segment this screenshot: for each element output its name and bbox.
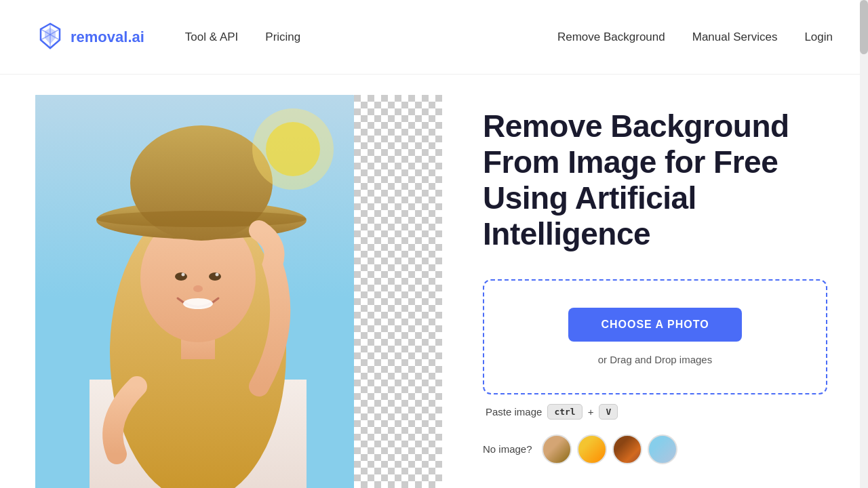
logo-icon — [35, 21, 65, 54]
hero-content: Remove Background From Image for Free Us… — [442, 75, 868, 464]
header-right: Remove Background Manual Services Login — [557, 30, 833, 44]
plus-sign: + — [588, 406, 594, 418]
hero-image-container — [35, 95, 442, 488]
svg-point-13 — [216, 273, 219, 277]
nav-left: Tool & API Pricing — [185, 30, 300, 44]
header-left: removal.ai Tool & API Pricing — [35, 21, 300, 54]
sample-image-1[interactable] — [542, 434, 572, 464]
hero-photo — [35, 95, 354, 488]
svg-point-10 — [175, 272, 187, 281]
sample-image-2[interactable] — [577, 434, 607, 464]
upload-area[interactable]: CHOOSE A PHOTO or Drag and Drop images — [483, 279, 827, 394]
paste-label: Paste image — [486, 406, 542, 418]
nav-item-remove-bg[interactable]: Remove Background — [557, 30, 665, 44]
main-content: Remove Background From Image for Free Us… — [0, 75, 868, 488]
scrollbar-thumb[interactable] — [860, 0, 868, 54]
header: removal.ai Tool & API Pricing Remove Bac… — [0, 0, 868, 75]
nav-item-pricing[interactable]: Pricing — [265, 30, 300, 44]
login-button[interactable]: Login — [804, 30, 833, 44]
sample-image-3[interactable] — [612, 434, 642, 464]
svg-point-17 — [266, 122, 320, 176]
scrollbar[interactable] — [860, 0, 868, 488]
hero-title: Remove Background From Image for Free Us… — [483, 108, 827, 252]
svg-point-15 — [193, 285, 203, 292]
svg-point-11 — [209, 272, 221, 281]
nav-item-tool-api[interactable]: Tool & API — [185, 30, 238, 44]
svg-point-9 — [96, 211, 307, 227]
svg-point-14 — [183, 298, 213, 309]
logo[interactable]: removal.ai — [35, 21, 144, 54]
sample-image-4[interactable] — [648, 434, 677, 464]
no-image-section: No image? — [483, 434, 827, 464]
ctrl-key: ctrl — [547, 404, 582, 420]
no-image-label: No image? — [483, 443, 532, 455]
v-key: V — [599, 404, 618, 420]
logo-text: removal.ai — [71, 28, 144, 46]
sample-images — [542, 434, 677, 464]
nav-item-manual-services[interactable]: Manual Services — [692, 30, 778, 44]
choose-photo-button[interactable]: CHOOSE A PHOTO — [568, 308, 741, 342]
drag-drop-text: or Drag and Drop images — [598, 354, 712, 365]
svg-point-12 — [182, 273, 185, 277]
paste-area: Paste image ctrl + V — [486, 404, 827, 420]
